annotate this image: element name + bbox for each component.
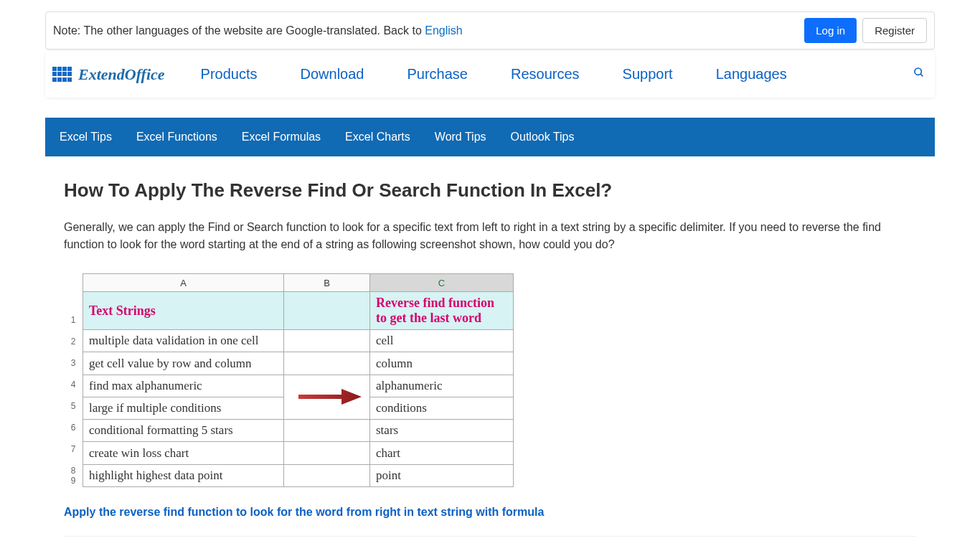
cell-a: conditional formatting 5 stars: [83, 420, 284, 442]
cell-a: large if multiple conditions: [83, 397, 284, 419]
rownum: 6: [64, 413, 83, 434]
top-notice-bar: Note: The other languages of the website…: [45, 11, 935, 50]
rownum: 2: [64, 326, 83, 348]
col-head-b: B: [284, 274, 370, 292]
cell-b: [284, 442, 370, 464]
header-reverse-find: Reverse find function to get the last wo…: [370, 292, 514, 330]
excel-grid: A B C Text Strings Reverse find function…: [83, 273, 514, 487]
arrow-cell: [284, 375, 370, 420]
logo-office: Office: [125, 65, 165, 83]
rownum: 5: [64, 391, 83, 413]
rownum: 4: [64, 369, 83, 391]
notice-prefix: Note: The other languages of the website…: [53, 24, 425, 37]
main-menu: Products Download Purchase Resources Sup…: [201, 66, 910, 83]
menu-download[interactable]: Download: [301, 66, 364, 83]
cell-b: [284, 330, 370, 352]
cell-a: get cell value by row and column: [83, 352, 284, 375]
header-empty: [284, 292, 370, 330]
logo[interactable]: ExtendOffice: [52, 65, 165, 84]
menu-support[interactable]: Support: [623, 66, 673, 83]
cell-a: multiple data validation in one cell: [83, 330, 284, 352]
rownum: 7: [64, 434, 83, 456]
register-button[interactable]: Register: [862, 18, 927, 43]
cell-c: cell: [370, 330, 514, 352]
notice-text: Note: The other languages of the website…: [53, 24, 463, 37]
cell-c: conditions: [370, 397, 514, 419]
cell-a: create win loss chart: [83, 442, 284, 464]
cell-a: highlight highest data point: [83, 464, 284, 486]
menu-languages[interactable]: Languages: [716, 66, 787, 83]
cell-c: column: [370, 352, 514, 375]
content: How To Apply The Reverse Find Or Search …: [45, 156, 935, 551]
cell-b: [284, 420, 370, 442]
header-text-strings: Text Strings: [83, 292, 284, 330]
cell-b: [284, 464, 370, 486]
menu-resources[interactable]: Resources: [511, 66, 580, 83]
subnav-excel-functions[interactable]: Excel Functions: [136, 131, 217, 143]
subnav-word-tips[interactable]: Word Tips: [435, 131, 486, 143]
section-heading-row: Apply The Reverse Find Function To Look …: [64, 536, 916, 551]
search-icon[interactable]: [910, 64, 928, 85]
menu-products[interactable]: Products: [201, 66, 258, 83]
col-head-c: C: [370, 274, 514, 292]
subnav-excel-tips[interactable]: Excel Tips: [60, 131, 112, 143]
header-c-line2: to get the last word: [376, 311, 507, 326]
logo-extend: Extend: [78, 65, 125, 83]
col-head-a: A: [83, 274, 284, 292]
svg-line-1: [920, 74, 923, 76]
auth-buttons: Log in Register: [804, 18, 927, 43]
svg-point-0: [915, 68, 921, 75]
rownum: 8: [64, 456, 83, 477]
english-link[interactable]: English: [425, 24, 462, 37]
subnav-excel-charts[interactable]: Excel Charts: [345, 131, 410, 143]
subnav-outlook-tips[interactable]: Outlook Tips: [511, 131, 575, 143]
subnav-excel-formulas[interactable]: Excel Formulas: [242, 131, 321, 143]
cell-c: stars: [370, 420, 514, 442]
cell-c: chart: [370, 442, 514, 464]
menu-purchase[interactable]: Purchase: [407, 66, 468, 83]
page-title: How To Apply The Reverse Find Or Search …: [64, 179, 916, 202]
logo-text: ExtendOffice: [78, 65, 165, 84]
arrow-icon: [298, 386, 363, 408]
login-button[interactable]: Log in: [804, 18, 857, 43]
cell-c: alphanumeric: [370, 375, 514, 397]
row-numbers: 1 2 3 4 5 6 7 8 9: [64, 273, 83, 487]
sub-nav: Excel Tips Excel Functions Excel Formula…: [45, 118, 935, 156]
cell-c: point: [370, 464, 514, 486]
rownum: 3: [64, 348, 83, 369]
cell-b: [284, 352, 370, 375]
intro-paragraph: Generally, we can apply the Find or Sear…: [64, 219, 916, 253]
anchor-link[interactable]: Apply the reverse find function to look …: [64, 506, 916, 519]
main-navbar: ExtendOffice Products Download Purchase …: [45, 51, 935, 98]
cell-a: find max alphanumeric: [83, 375, 284, 397]
rownum-9: 9: [64, 477, 83, 487]
rownum-1: 1: [64, 291, 83, 326]
excel-screenshot: 1 2 3 4 5 6 7 8 9 A B C Text Strings: [64, 273, 916, 487]
header-c-line1: Reverse find function: [376, 296, 507, 311]
svg-marker-2: [298, 389, 362, 405]
logo-icon: [52, 67, 74, 83]
